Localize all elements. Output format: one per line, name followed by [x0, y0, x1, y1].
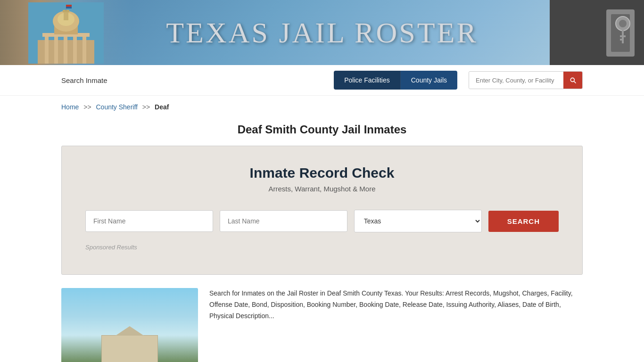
search-inmate-label: Search Inmate: [61, 76, 324, 84]
record-check-title: Inmate Record Check: [85, 165, 559, 181]
county-jails-button[interactable]: County Jails: [400, 71, 457, 90]
breadcrumb-county-sheriff[interactable]: County Sheriff: [96, 103, 138, 111]
keys-svg: [550, 0, 644, 65]
svg-rect-2: [45, 35, 49, 64]
state-select[interactable]: AlabamaAlaskaArizonaArkansasCaliforniaCo…: [354, 210, 482, 232]
capitol-dome-svg: [28, 2, 104, 64]
svg-rect-23: [620, 35, 626, 37]
page-title-wrap: Deaf Smith County Jail Inmates: [0, 118, 644, 146]
svg-rect-16: [66, 7, 72, 8]
svg-point-21: [619, 20, 627, 27]
last-name-input[interactable]: [220, 210, 347, 232]
svg-rect-3: [54, 35, 58, 64]
police-facilities-button[interactable]: Police Facilities: [334, 71, 400, 90]
svg-rect-6: [83, 35, 86, 64]
page-title: Deaf Smith County Jail Inmates: [0, 123, 644, 136]
nav-buttons: Police Facilities County Jails: [334, 71, 457, 90]
svg-rect-24: [620, 39, 624, 41]
record-check-form: AlabamaAlaskaArizonaArkansasCaliforniaCo…: [85, 210, 559, 232]
header-banner: Texas Jail Roster: [0, 0, 644, 65]
record-check-search-button[interactable]: SEARCH: [488, 211, 559, 232]
building-image: [101, 335, 158, 362]
keys-image: [550, 0, 644, 65]
breadcrumb: Home >> County Sheriff >> Deaf: [0, 96, 644, 118]
svg-rect-15: [66, 5, 72, 7]
breadcrumb-sep2: >>: [142, 103, 150, 111]
first-name-input[interactable]: [85, 210, 213, 232]
breadcrumb-sep1: >>: [83, 103, 91, 111]
description-text: Search for Inmates on the Jail Roster in…: [209, 288, 583, 321]
search-icon: [569, 76, 577, 84]
capitol-image: [0, 0, 132, 65]
site-title: Texas Jail Roster: [166, 16, 478, 49]
navbar: Search Inmate Police Facilities County J…: [0, 65, 644, 96]
record-check-subtitle: Arrests, Warrant, Mugshot & More: [85, 185, 559, 193]
facility-search-wrap: [469, 71, 583, 89]
sponsored-results-label: Sponsored Results: [85, 244, 559, 251]
bottom-section: Search for Inmates on the Jail Roster in…: [61, 288, 583, 362]
breadcrumb-home[interactable]: Home: [61, 103, 79, 111]
breadcrumb-current: Deaf: [155, 103, 169, 111]
facility-thumbnail: [61, 288, 198, 362]
facility-search-input[interactable]: [469, 72, 563, 89]
facility-search-button[interactable]: [563, 72, 582, 89]
svg-rect-5: [73, 35, 77, 64]
record-check-section: Inmate Record Check Arrests, Warrant, Mu…: [61, 146, 583, 275]
svg-rect-4: [64, 35, 67, 64]
